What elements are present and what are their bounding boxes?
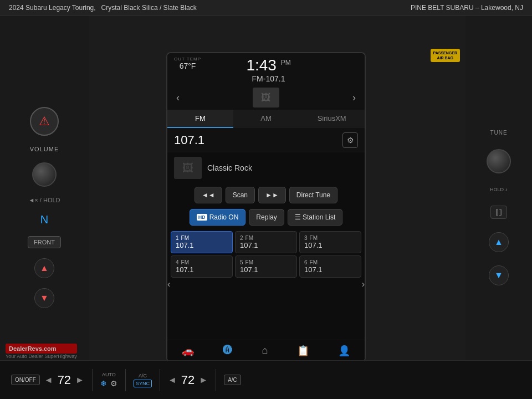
preset-5-num: 5 (240, 259, 243, 265)
nav-prev-arrow[interactable]: ‹ (172, 91, 184, 105)
station-display: FM-107.1 (246, 74, 290, 83)
preset-5[interactable]: 5 FM 107.1 (235, 255, 297, 278)
preset-4-freq: 107.1 (176, 265, 228, 274)
preset-section: ‹ 1 FM 107.1 2 FM 107.1 (167, 229, 365, 340)
screen-bottom-nav: 🚗 🅐 ⌂ 📋 👤 (167, 340, 365, 361)
out-temp-label: OUT TEMP (174, 57, 201, 62)
time-display: 1:43 PM (246, 57, 290, 74)
dealer-logo: DealerRevs.com (6, 344, 77, 354)
main-content: ⚠ VOLUME ◄× / HOLD N FRONT ▲ ▼ OUT TEMP … (0, 16, 532, 399)
freq-section: 107.1 ⚙ (167, 128, 365, 152)
left-arrow-up[interactable]: ▲ (34, 258, 54, 278)
preset-5-freq: 107.1 (240, 265, 292, 274)
right-arrow-down[interactable]: ▼ (489, 265, 509, 285)
out-temp-display: OUT TEMP 67°F (174, 57, 201, 70)
preset-3-freq: 107.1 (304, 241, 356, 249)
frequency-display: 107.1 (174, 133, 204, 147)
preset-2-freq: 107.1 (240, 241, 292, 249)
sync-label: SYNC (134, 380, 152, 387)
right-arrow-up[interactable]: ▲ (489, 232, 509, 252)
tab-am[interactable]: AM (233, 110, 299, 128)
bottom-icon-audio[interactable]: 🅐 (218, 344, 237, 358)
fan-down-icon[interactable]: ◄ (44, 375, 53, 385)
album-area: 🖼 Classic Rock (167, 152, 365, 183)
hold-label: HOLD ♪ (490, 187, 508, 192)
watermark: DealerRevs.com Your Auto Dealer SuperHig… (6, 344, 77, 359)
tab-siriusxm[interactable]: SiriusXM (299, 110, 365, 128)
preset-6[interactable]: 6 FM 107.1 (299, 255, 361, 278)
scan-button[interactable]: Scan (226, 187, 255, 203)
tune-label: TUNE (490, 130, 507, 136)
volume-label: VOLUME (30, 146, 59, 152)
fan-icon: ⚙ (110, 379, 117, 388)
climate-bar: ON/OFF ◄ 72 ► AUTO ❄ ⚙ A/C SYNC ◄ 72 ► A… (0, 360, 532, 399)
header-bar: 2024 Subaru Legacy Touring, Crystal Blac… (0, 0, 532, 16)
preset-1[interactable]: 1 FM 107.1 (171, 231, 233, 253)
rewind-button[interactable]: ◄◄ (195, 187, 222, 203)
ac-label: A/C (139, 373, 147, 378)
right-icon-button[interactable]: ⟦⟧ (490, 206, 507, 219)
screen-nav: ‹ 🖼 › (167, 85, 365, 110)
climate-divider-1 (92, 369, 93, 391)
left-temp-zone: 72 (58, 373, 71, 387)
hd-radio-button[interactable]: HD Radio ON (190, 209, 246, 226)
preset-2[interactable]: 2 FM 107.1 (235, 231, 297, 253)
preset-nav-left[interactable]: ‹ (167, 279, 170, 289)
nav-next-arrow[interactable]: › (348, 91, 360, 105)
preset-nav-right[interactable]: › (362, 279, 365, 289)
preset-4[interactable]: 4 FM 107.1 (171, 255, 233, 278)
ampm: PM (281, 59, 291, 66)
ac2-button[interactable]: A/C (224, 375, 241, 385)
hazard-button[interactable]: ⚠ (30, 107, 59, 136)
direct-tune-button[interactable]: Direct Tune (289, 187, 337, 203)
album-thumbnail: 🖼 (253, 88, 279, 108)
watermark-tagline: Your Auto Dealer SuperHighway (6, 354, 77, 359)
preset-2-band: FM (245, 235, 253, 241)
controls-row2: HD Radio ON Replay ☰ Station List (167, 207, 365, 229)
nfc-icon: N (40, 213, 48, 226)
left-panel: ⚠ VOLUME ◄× / HOLD N FRONT ▲ ▼ (0, 16, 89, 399)
preset-3-num: 3 (304, 235, 308, 241)
station-list-button[interactable]: ☰ Station List (288, 209, 343, 226)
left-arrow-down[interactable]: ▼ (34, 288, 54, 308)
fan-up-icon[interactable]: ► (75, 375, 84, 385)
preset-grid: 1 FM 107.1 2 FM 107.1 3 FM (171, 231, 361, 278)
preset-6-num: 6 (304, 259, 308, 265)
right-panel: TUNE HOLD ♪ ⟦⟧ ▲ ▼ (466, 16, 532, 399)
climate-onoff-button[interactable]: ON/OFF (11, 375, 40, 385)
bottom-icon-apps[interactable]: 📋 (293, 344, 314, 358)
preset-1-num: 1 (176, 235, 179, 241)
dashboard: ⚠ VOLUME ◄× / HOLD N FRONT ▲ ▼ OUT TEMP … (0, 16, 532, 399)
preset-4-band: FM (181, 259, 189, 265)
hd-badge: HD (197, 214, 207, 221)
left-temp: 72 (58, 373, 71, 387)
bottom-icon-car[interactable]: 🚗 (177, 344, 198, 358)
preset-3[interactable]: 3 FM 107.1 (299, 231, 361, 253)
climate-divider-3 (160, 369, 160, 391)
auto-label: AUTO (102, 372, 116, 377)
bottom-icon-home[interactable]: ⌂ (258, 344, 273, 358)
dealer-name: PINE BELT SUBARU – Lakewood, NJ (411, 4, 523, 12)
volume-knob[interactable] (32, 162, 57, 187)
filter-icon[interactable]: ⚙ (342, 132, 358, 148)
right-fan-down-icon[interactable]: ◄ (168, 375, 177, 385)
thumbnail-icon: 🖼 (261, 92, 271, 104)
front-button[interactable]: FRONT (28, 236, 61, 248)
mute-button[interactable]: ◄× / HOLD (28, 197, 60, 203)
preset-4-num: 4 (176, 259, 179, 265)
right-fan-up-icon[interactable]: ► (199, 375, 208, 385)
fast-forward-button[interactable]: ►► (258, 187, 286, 203)
tab-fm[interactable]: FM (167, 110, 233, 128)
preset-6-band: FM (310, 259, 318, 265)
tune-knob[interactable] (487, 149, 511, 173)
snowflake-icon: ❄ (100, 379, 107, 388)
right-temp-zone: 72 (181, 373, 195, 387)
album-art: 🖼 (174, 157, 202, 179)
replay-button[interactable]: Replay (249, 209, 284, 226)
bottom-icon-phone[interactable]: 👤 (334, 344, 355, 358)
radio-tabs: FM AM SiriusXM (167, 110, 365, 128)
passenger-airbag-label: PASSENGERAIR BAG (431, 49, 460, 62)
preset-1-freq: 107.1 (176, 241, 228, 249)
right-temp: 72 (181, 373, 195, 387)
screen-top: OUT TEMP 67°F 1:43 PM FM-107.1 (167, 53, 365, 85)
